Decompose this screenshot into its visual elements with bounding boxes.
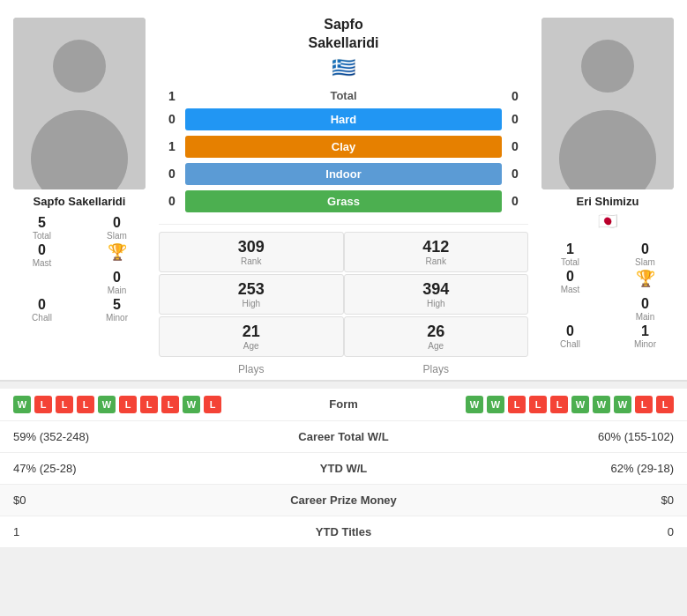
- form-badge: W: [487, 396, 504, 413]
- right-mast-value: 0: [566, 269, 574, 285]
- form-badge: L: [161, 396, 179, 413]
- hard-score-left: 0: [159, 112, 185, 126]
- left-mast-label: Mast: [33, 258, 52, 268]
- left-chall-label: Chall: [32, 313, 52, 323]
- form-badge: L: [550, 396, 568, 413]
- clay-score-left: 1: [159, 139, 185, 153]
- left-plays-lbl: Plays: [159, 359, 344, 380]
- right-rank-box: 412 Rank: [344, 232, 529, 272]
- form-badge: L: [656, 396, 674, 413]
- career-wl-right: 60% (155-102): [432, 430, 675, 443]
- left-minor-value: 5: [113, 297, 121, 313]
- right-main-left-cell: [537, 296, 603, 322]
- form-badges-right: WWLLLWWWLL: [410, 396, 675, 413]
- indoor-score-right: 0: [502, 167, 528, 181]
- right-player-name: Eri Shimizu: [577, 195, 639, 208]
- right-slam-label: Slam: [635, 257, 655, 267]
- left-player-avatar: [13, 18, 146, 189]
- right-total-cell: 1 Total: [537, 241, 603, 267]
- left-mast-value: 0: [38, 242, 46, 258]
- form-badge: L: [529, 396, 547, 413]
- right-slam-value: 0: [641, 241, 649, 257]
- left-main-right-cell: 0 Main: [84, 270, 150, 295]
- right-rank-val: 412: [349, 238, 524, 256]
- right-high-lbl: High: [349, 299, 524, 308]
- left-main-label: Main: [108, 286, 127, 295]
- left-player-name-header: SapfoSakellaridi: [308, 16, 378, 53]
- right-chall-value: 0: [566, 323, 574, 339]
- grass-score-left: 0: [159, 194, 185, 208]
- total-score-left: 1: [159, 89, 185, 103]
- left-age-box: 21 Age: [159, 316, 344, 357]
- left-total-value: 5: [38, 215, 46, 231]
- svg-point-1: [53, 40, 106, 93]
- plays-row: 309 Rank 253 High 21 Age Plays 412: [159, 224, 528, 380]
- ytd-titles-label: YTD Titles: [256, 525, 432, 538]
- right-trophy-icon: 🏆: [636, 269, 655, 288]
- left-high-box: 253 High: [159, 274, 344, 315]
- right-flag: 🇯🇵: [598, 212, 617, 231]
- right-main-label: Main: [636, 312, 655, 322]
- career-prize-right: $0: [432, 494, 675, 507]
- ytd-titles-left: 1: [13, 525, 256, 538]
- right-stats-grid: 1 Total 0 Slam 0 Mast 🏆 0: [537, 241, 678, 349]
- player-comparison: Sapfo Sakellaridi 5 Total 0 Slam 0 Mast …: [0, 0, 687, 382]
- left-minor-label: Minor: [106, 313, 128, 323]
- right-main-value: 0: [641, 296, 649, 312]
- left-stats-grid: 5 Total 0 Slam 0 Mast 🏆 0: [9, 215, 150, 323]
- ytd-wl-right: 62% (29-18): [432, 462, 675, 475]
- right-total-value: 1: [566, 241, 574, 257]
- left-slam-value: 0: [113, 215, 121, 231]
- left-total-label: Total: [33, 231, 51, 241]
- hard-score-right: 0: [502, 112, 528, 126]
- right-player-card: Eri Shimizu 🇯🇵 1 Total 0 Slam 0 Mast: [533, 9, 687, 380]
- right-chall-label: Chall: [560, 339, 580, 349]
- form-badge: L: [34, 396, 52, 413]
- left-high-val: 253: [164, 280, 339, 299]
- right-minor-cell: 1 Minor: [612, 323, 678, 349]
- right-age-box: 26 Age: [344, 316, 529, 357]
- form-badge: L: [204, 396, 221, 413]
- form-badge: W: [466, 396, 483, 413]
- left-flag: 🇬🇷: [332, 56, 355, 79]
- left-trophy-icon: 🏆: [108, 242, 127, 262]
- form-badges-left: WLLLWLLLWL: [13, 396, 278, 413]
- left-main-value: 0: [113, 270, 121, 286]
- left-main-cell: [9, 270, 75, 295]
- center-stats: SapfoSakellaridi 🇬🇷 1 Total 0 0 Hard 0 1…: [154, 9, 533, 380]
- left-minor-cell: 5 Minor: [84, 297, 150, 323]
- clay-score-right: 0: [502, 139, 528, 153]
- career-wl-left: 59% (352-248): [13, 430, 256, 443]
- right-minor-value: 1: [641, 323, 649, 339]
- left-rank-val: 309: [164, 238, 339, 256]
- right-player-avatar: [541, 18, 674, 189]
- form-badge: W: [183, 396, 200, 413]
- right-high-box: 394 High: [344, 274, 529, 315]
- main-container: Sapfo Sakellaridi 5 Total 0 Slam 0 Mast …: [0, 0, 687, 548]
- left-slam-cell: 0 Slam: [84, 215, 150, 241]
- left-player-card: Sapfo Sakellaridi 5 Total 0 Slam 0 Mast …: [0, 9, 154, 380]
- form-badge: W: [13, 396, 31, 413]
- right-rank-lbl: Rank: [349, 256, 524, 266]
- form-badge: W: [614, 396, 631, 413]
- indoor-row: 0 Indoor 0: [159, 163, 528, 185]
- indoor-score-left: 0: [159, 167, 185, 181]
- career-prize-row: $0 Career Prize Money $0: [0, 485, 687, 516]
- total-row: 1 Total 0: [159, 89, 528, 103]
- career-wl-row: 59% (352-248) Career Total W/L 60% (155-…: [0, 421, 687, 453]
- total-label: Total: [185, 89, 502, 102]
- svg-point-4: [581, 40, 634, 93]
- grass-badge: Grass: [185, 190, 502, 212]
- right-age-val: 26: [349, 323, 524, 341]
- ytd-wl-row: 47% (25-28) YTD W/L 62% (29-18): [0, 453, 687, 485]
- grass-score-right: 0: [502, 194, 528, 208]
- right-chall-cell: 0 Chall: [537, 323, 603, 349]
- left-rank-box: 309 Rank: [159, 232, 344, 272]
- form-badge: W: [593, 396, 610, 413]
- form-badge: L: [635, 396, 653, 413]
- career-prize-label: Career Prize Money: [256, 494, 432, 507]
- left-mast-cell: 0 Mast: [9, 242, 75, 268]
- left-trophy-cell: 🏆: [84, 242, 150, 268]
- right-mast-label: Mast: [561, 285, 580, 294]
- form-badge: L: [56, 396, 73, 413]
